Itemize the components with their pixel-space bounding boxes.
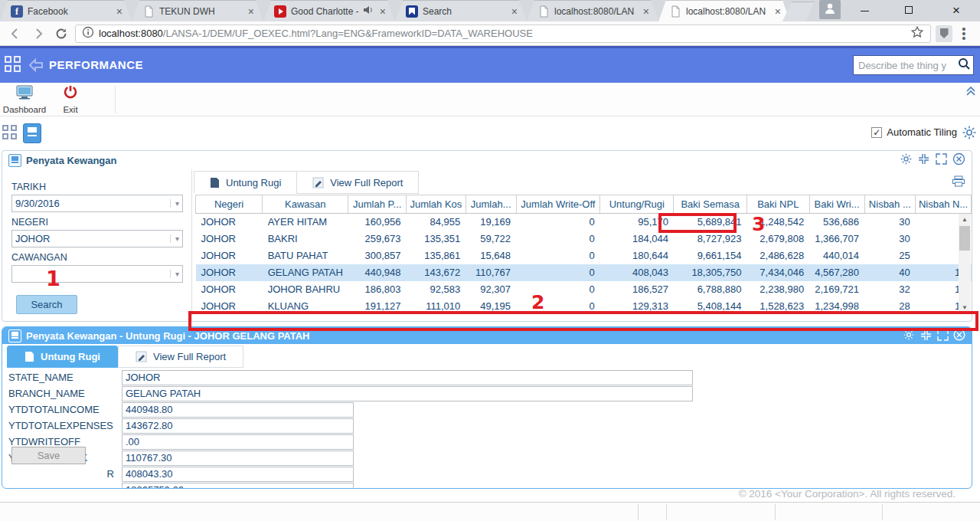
search-magnifier-icon[interactable] bbox=[956, 57, 972, 74]
automatic-tiling-checkbox[interactable]: ✓ bbox=[871, 127, 882, 138]
ytdwriteoff-input[interactable] bbox=[122, 434, 354, 450]
browser-menu-icon[interactable]: ••• bbox=[957, 27, 971, 41]
save-button[interactable]: Save bbox=[11, 447, 86, 464]
app-header: PERFORMANCE bbox=[0, 46, 980, 83]
panel1-restore-icon[interactable] bbox=[917, 152, 930, 168]
browser-toolbar: localhost:8080/LANSA-1/DEM/UF_OEXEC.html… bbox=[0, 21, 980, 46]
col-header[interactable]: Jumlah P... bbox=[348, 195, 407, 214]
panel1-close-icon[interactable] bbox=[952, 152, 965, 168]
tab-close-icon[interactable]: × bbox=[642, 7, 651, 16]
panel1-settings-gear-icon[interactable] bbox=[900, 152, 913, 168]
ytdwriteback-input[interactable] bbox=[122, 451, 354, 466]
results-table: Negeri Kawasan Jumlah P... Jumlah Kos Ju… bbox=[195, 195, 972, 315]
tab-close-icon[interactable]: × bbox=[378, 7, 387, 16]
tab-view-full-report[interactable]: View Full Report bbox=[118, 346, 243, 368]
panel2-settings-gear-icon[interactable] bbox=[903, 329, 915, 343]
tab-close-icon[interactable]: × bbox=[115, 7, 124, 16]
tab-view-full-report[interactable]: View Full Report bbox=[296, 171, 419, 194]
ytdtotalexpenses-input[interactable] bbox=[122, 418, 354, 434]
app-search-input[interactable] bbox=[858, 60, 956, 71]
tab-close-icon[interactable]: × bbox=[773, 7, 782, 16]
panel2-titlebar[interactable]: Penyata Kewangan - Untung Rugi - JOHOR G… bbox=[2, 327, 972, 344]
chevron-down-icon: ▾ bbox=[170, 199, 179, 208]
tab-audio-icon[interactable] bbox=[363, 5, 374, 18]
table-row[interactable]: JOHORAYER HITAM160,95684,95519,169095,17… bbox=[196, 214, 972, 231]
refresh-icon[interactable] bbox=[52, 25, 70, 43]
col-header[interactable]: Kawasan bbox=[263, 195, 348, 214]
bookmark-star-icon[interactable] bbox=[910, 25, 924, 41]
tab-untung-rugi-active[interactable]: Untung Rugi bbox=[7, 346, 118, 368]
app-grid-icon[interactable] bbox=[5, 56, 21, 73]
tile-layout-icon[interactable] bbox=[2, 125, 19, 142]
table-row-selected[interactable]: JOHORGELANG PATAH440,948143,672110,76704… bbox=[196, 264, 972, 281]
table-row[interactable]: JOHORJOHOR BAHRU186,80392,58392,3070186,… bbox=[196, 281, 972, 298]
state-name-input[interactable] bbox=[122, 370, 693, 385]
vertical-scrollbar[interactable]: ▲ ▼ bbox=[959, 214, 971, 313]
panel-penyata-kewangan-detail: Penyata Kewangan - Untung Rugi - JOHOR G… bbox=[2, 326, 972, 489]
branch-name-input[interactable] bbox=[122, 386, 693, 401]
col-header[interactable]: Jumlah Kos bbox=[407, 195, 466, 214]
browser-tab-facebook[interactable]: f Facebook × bbox=[0, 0, 132, 21]
printer-icon[interactable] bbox=[952, 175, 965, 189]
clipped-field-input[interactable] bbox=[122, 483, 354, 490]
search-button[interactable]: Search bbox=[16, 295, 77, 314]
tab-untung-rugi[interactable]: Untung Rugi bbox=[194, 171, 296, 194]
panel2-restore-icon[interactable] bbox=[920, 329, 932, 343]
dashboard-monitor-icon bbox=[15, 84, 34, 101]
scrollbar-thumb[interactable] bbox=[959, 226, 970, 251]
scroll-up-icon[interactable]: ▲ bbox=[959, 214, 971, 225]
window-maximize-button[interactable] bbox=[891, 0, 926, 21]
browser-tab-search[interactable]: Search × bbox=[395, 0, 527, 21]
ribbon-item-exit[interactable]: Exit bbox=[46, 84, 95, 114]
window-close-button[interactable]: × bbox=[939, 0, 974, 21]
page-info-icon[interactable] bbox=[82, 26, 94, 41]
col-header[interactable]: Nisbah N... bbox=[916, 195, 972, 214]
col-header[interactable]: Nisbah ... bbox=[864, 195, 916, 214]
new-tab-button[interactable] bbox=[782, 2, 815, 21]
col-header[interactable]: Baki NPL bbox=[746, 195, 809, 214]
address-bar[interactable]: localhost:8080/LANSA-1/DEM/UF_OEXEC.html… bbox=[75, 25, 931, 43]
browser-profile-avatar[interactable] bbox=[819, 0, 841, 19]
forward-icon[interactable] bbox=[29, 25, 47, 43]
tab-title: localhost:8080/LAN bbox=[686, 6, 769, 17]
ribbon-collapse-chevrons-icon[interactable] bbox=[965, 84, 977, 99]
browser-tab-good-charlotte[interactable]: Good Charlotte - × bbox=[263, 0, 395, 21]
financial-app-tile-icon[interactable] bbox=[23, 123, 41, 143]
state-name-label: STATE_NAME bbox=[8, 372, 122, 383]
browser-tab-tekun-dwh[interactable]: TEKUN DWH × bbox=[132, 0, 263, 21]
panel2-close-icon[interactable] bbox=[953, 329, 965, 343]
negeri-dropdown[interactable]: JOHOR▾ bbox=[11, 230, 183, 247]
app-search-box[interactable] bbox=[853, 55, 974, 75]
window-minimize-button[interactable] bbox=[847, 0, 882, 21]
browser-tab-localhost-2-active[interactable]: localhost:8080/LAN × bbox=[658, 0, 790, 21]
col-header[interactable]: Jumlah Write-Off bbox=[516, 195, 600, 214]
profit-loss-input[interactable] bbox=[122, 467, 354, 482]
workspace-gear-icon[interactable] bbox=[962, 125, 977, 143]
ribbon-item-dashboard[interactable]: Dashboard bbox=[0, 84, 49, 114]
ytdtotalincome-label: YTDTOTALINCOME bbox=[8, 404, 122, 415]
tab-close-icon[interactable]: × bbox=[247, 7, 256, 16]
panel1-titlebar[interactable]: Penyata Kewangan bbox=[2, 151, 972, 169]
table-row[interactable]: JOHORKLUANG191,127111,01049,1950129,3135… bbox=[196, 298, 972, 315]
ytdtotalincome-input[interactable] bbox=[122, 402, 354, 418]
col-header[interactable]: Baki Wri... bbox=[809, 195, 864, 214]
tarikh-dropdown[interactable]: 9/30/2016▾ bbox=[11, 195, 183, 212]
scroll-down-icon[interactable]: ▼ bbox=[959, 302, 971, 313]
browser-extension-icon[interactable] bbox=[936, 25, 952, 42]
app-back-arrow-icon[interactable] bbox=[28, 57, 46, 75]
panel2-maximize-icon[interactable] bbox=[936, 329, 949, 343]
back-icon[interactable] bbox=[6, 25, 24, 43]
cawangan-dropdown[interactable]: ▾ bbox=[11, 265, 183, 283]
col-header[interactable]: Baki Semasa bbox=[674, 195, 746, 214]
col-header[interactable]: Jumlah... bbox=[466, 195, 516, 214]
page-favicon-icon bbox=[142, 5, 155, 18]
tab-close-icon[interactable]: × bbox=[510, 7, 519, 16]
col-header[interactable]: Negeri bbox=[196, 195, 263, 214]
table-row[interactable]: JOHORBATU PAHAT300,857135,86115,6480180,… bbox=[196, 247, 972, 264]
col-header[interactable]: Untung/Rugi bbox=[600, 195, 674, 214]
browser-tab-localhost-1[interactable]: localhost:8080/LAN × bbox=[527, 0, 658, 21]
facebook-favicon-icon: f bbox=[11, 5, 23, 18]
panel1-maximize-icon[interactable] bbox=[935, 152, 948, 168]
annotation-number-1: 1 bbox=[46, 267, 60, 290]
table-row[interactable]: JOHORBAKRI259,673135,35159,7220184,0448,… bbox=[196, 231, 972, 247]
